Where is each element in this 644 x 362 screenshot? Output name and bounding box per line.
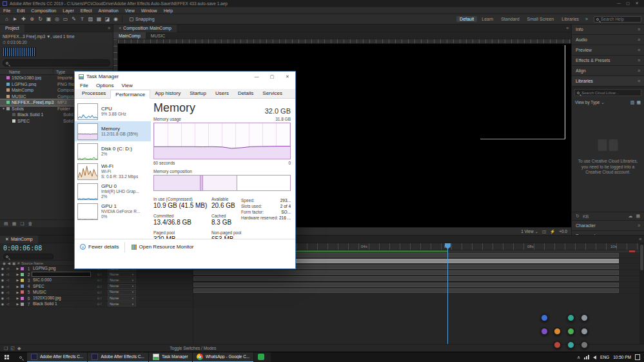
- label-color-chip[interactable]: [6, 76, 10, 79]
- toggle-switches-modes-button[interactable]: Toggle Switches / Modes: [170, 346, 216, 350]
- expander-icon[interactable]: ▼: [1, 106, 6, 110]
- language-indicator[interactable]: ENG: [600, 355, 609, 359]
- workspace-item[interactable]: Default: [456, 16, 477, 22]
- audio-icon[interactable]: ◁: [5, 296, 10, 300]
- wifi-icon[interactable]: [584, 355, 589, 359]
- current-time-display[interactable]: 0:00:06:08: [3, 245, 42, 252]
- grid-view-icon[interactable]: ▥: [630, 100, 635, 105]
- floating-dot[interactable]: [567, 341, 575, 349]
- label-column-icon[interactable]: #: [17, 261, 19, 265]
- audio-icon[interactable]: ◁: [5, 266, 10, 270]
- column-name[interactable]: Name: [0, 69, 53, 74]
- tm-sidebar-item[interactable]: Disk 0 (C: D:) 2%: [75, 141, 151, 161]
- interpret-footage-icon[interactable]: ▤: [4, 221, 8, 226]
- layer-name[interactable]: MUSIC: [32, 290, 91, 295]
- tm-tab[interactable]: App history: [150, 89, 185, 98]
- twirl-icon[interactable]: ▶: [15, 272, 20, 276]
- panel-header[interactable]: Effects & Presets ≡: [572, 55, 644, 66]
- expand-layers-icon[interactable]: ❏: [4, 346, 8, 351]
- tool-icon[interactable]: ▣: [44, 14, 53, 25]
- tm-sidebar-item[interactable]: CPU 9% 3.88 GHz: [75, 101, 151, 121]
- tool-icon[interactable]: ⊕: [28, 14, 36, 25]
- tool-icon[interactable]: ▦: [95, 14, 103, 25]
- timeline-vertical-scrollbar[interactable]: [639, 243, 644, 344]
- layer-name[interactable]: 1920X1080.jpg: [32, 296, 91, 301]
- action-center-icon[interactable]: [635, 354, 640, 360]
- ae-close-button[interactable]: ✕: [632, 0, 641, 7]
- speaker-icon[interactable]: [593, 356, 596, 359]
- layer-name[interactable]: SIC.0.000: [32, 277, 91, 283]
- taskbar-app-button[interactable]: Adobe After Effects C...: [88, 352, 148, 362]
- layer-parent-dropdown[interactable]: None▼: [108, 272, 136, 277]
- eye-icon[interactable]: ◉: [0, 278, 5, 282]
- timeline-layer-row[interactable]: ◉ ◁ ▶ 6 1920X1080.jpg ⊙ / None▼: [0, 296, 193, 301]
- ae-menu-item[interactable]: Animation: [95, 7, 122, 14]
- search-help-box[interactable]: Search Help: [594, 16, 641, 23]
- floating-dot[interactable]: [553, 341, 561, 349]
- timeline-layer-row[interactable]: ◉ ◁ ▶ 3 SIC.0.000 ⊙ / None▼: [0, 277, 193, 283]
- timeline-layer-row[interactable]: ◉ ◁ ▶ 4 SPEC ⊙ / None▼: [0, 284, 193, 290]
- layer-duration-bar[interactable]: [193, 276, 619, 281]
- tool-icon[interactable]: ►: [11, 14, 19, 25]
- layer-color-chip[interactable]: [21, 285, 24, 288]
- ae-menu-item[interactable]: Edit: [14, 7, 28, 14]
- panel-menu-icon[interactable]: ≡: [638, 223, 640, 228]
- memory-composition-bar[interactable]: [153, 175, 291, 191]
- ae-restore-button[interactable]: ▢: [623, 0, 632, 7]
- twirl-icon[interactable]: ▶: [15, 266, 20, 270]
- viewer-tab[interactable]: MainComp: [113, 32, 146, 39]
- tm-titlebar[interactable]: Task Manager — ▢ ✕: [75, 72, 295, 81]
- tm-menu-item[interactable]: View: [117, 83, 136, 88]
- panel-header[interactable]: Info ≡: [572, 25, 644, 35]
- layer-color-chip[interactable]: [21, 279, 24, 282]
- floating-dot[interactable]: [540, 327, 549, 336]
- panel-menu-icon[interactable]: ≡: [638, 37, 640, 42]
- panel-header[interactable]: Align ≡: [572, 66, 644, 76]
- twirl-icon[interactable]: ▶: [15, 302, 20, 306]
- panel-menu-icon[interactable]: ≡: [638, 79, 640, 83]
- fewer-details-button[interactable]: ∨ Fewer details: [75, 239, 124, 254]
- eye-icon[interactable]: ◉: [0, 266, 5, 270]
- tm-tab[interactable]: Services: [258, 89, 287, 98]
- pixel-aspect-icon[interactable]: ◫: [542, 229, 546, 234]
- timeline-layer-row[interactable]: ◉ ◁ ▶ 5 MUSIC ⊙ / None▼: [0, 290, 193, 296]
- layer-switches[interactable]: ⊙ /: [91, 278, 108, 282]
- ae-minimize-button[interactable]: —: [614, 0, 623, 7]
- layer-color-chip[interactable]: [21, 273, 24, 276]
- floating-dot[interactable]: [580, 341, 589, 349]
- panel-header[interactable]: Audio ≡: [572, 35, 644, 45]
- layer-color-chip[interactable]: [21, 290, 24, 294]
- eye-icon[interactable]: ◉: [0, 290, 5, 294]
- layer-duration-bar[interactable]: [193, 270, 619, 275]
- audio-column-icon[interactable]: ◀: [8, 261, 10, 265]
- layer-switches[interactable]: ⊙ /: [91, 285, 108, 288]
- start-button[interactable]: [0, 352, 14, 362]
- audio-icon[interactable]: ◁: [5, 290, 10, 294]
- panel-header[interactable]: Character ≡: [572, 221, 644, 231]
- open-resource-monitor-link[interactable]: Open Resource Monitor: [125, 244, 200, 250]
- video-column-icon[interactable]: ◉: [3, 261, 6, 265]
- tool-icon[interactable]: ✚: [19, 14, 28, 25]
- tool-icon[interactable]: ◪: [103, 14, 112, 25]
- tm-sidebar-item[interactable]: GPU 1 NVIDIA GeForce R... 0%: [75, 201, 151, 221]
- snapping-checkbox[interactable]: [130, 17, 133, 21]
- layer-switches[interactable]: ⊙ /: [91, 302, 108, 306]
- floating-dot[interactable]: [540, 314, 549, 322]
- tm-tab[interactable]: Startup: [185, 89, 211, 98]
- label-color-chip[interactable]: [12, 113, 15, 116]
- tool-icon[interactable]: ⌂: [3, 14, 11, 25]
- tm-tab[interactable]: Details: [233, 89, 258, 98]
- panel-menu-icon[interactable]: ≡: [638, 68, 640, 73]
- view-by-type-dropdown[interactable]: View by Type ⌄: [575, 100, 605, 105]
- tab-composition[interactable]: ≡Composition MainComp: [113, 25, 177, 32]
- floating-dot[interactable]: [580, 314, 589, 322]
- tool-icon[interactable]: ✎: [70, 14, 78, 25]
- eye-icon[interactable]: ◉: [0, 272, 5, 276]
- tm-maximize-button[interactable]: ▢: [264, 72, 280, 81]
- tool-icon[interactable]: ◉: [112, 14, 120, 25]
- ae-menu-item[interactable]: Window: [138, 7, 161, 14]
- label-color-chip[interactable]: [6, 107, 10, 110]
- floating-dot[interactable]: [567, 327, 575, 336]
- panel-menu-icon[interactable]: ≡: [636, 237, 644, 241]
- exposure-value[interactable]: +0.0: [559, 229, 567, 234]
